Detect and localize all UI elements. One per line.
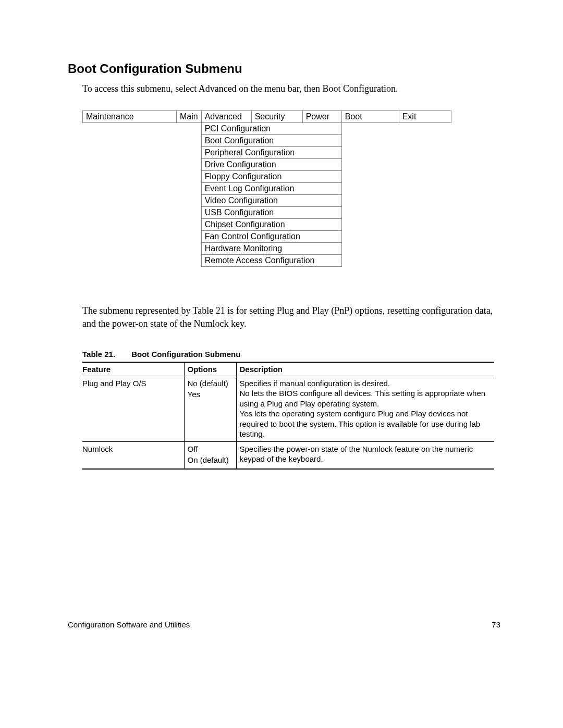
options-cell: OffOn (default) bbox=[184, 441, 236, 469]
submenu-item: Boot Configuration bbox=[201, 135, 341, 147]
menubar-item: Main bbox=[177, 111, 202, 123]
description-cell: Specifies the power-on state of the Numl… bbox=[236, 441, 494, 469]
submenu-item: Peripheral Configuration bbox=[201, 147, 341, 159]
submenu-item: Chipset Configuration bbox=[201, 219, 341, 231]
bios-menu-table: MaintenanceMainAdvancedSecurityPowerBoot… bbox=[82, 110, 451, 267]
table-title: Boot Configuration Submenu bbox=[131, 350, 240, 359]
submenu-item: Fan Control Configuration bbox=[201, 231, 341, 243]
description-cell: Specifies if manual configuration is des… bbox=[236, 376, 494, 441]
menubar-item: Boot bbox=[341, 111, 399, 123]
menubar-item: Security bbox=[251, 111, 302, 123]
submenu-item: Hardware Monitoring bbox=[201, 243, 341, 255]
table-row: Plug and Play O/SNo (default)YesSpecifie… bbox=[82, 376, 494, 441]
footer-left: Configuration Software and Utilities bbox=[68, 620, 190, 629]
menubar-item: Maintenance bbox=[83, 111, 177, 123]
intro-paragraph: To access this submenu, select Advanced … bbox=[82, 82, 500, 95]
menubar-item: Exit bbox=[399, 111, 451, 123]
description-paragraph: The submenu represented by Table 21 is f… bbox=[82, 304, 500, 330]
submenu-item: Video Configuration bbox=[201, 195, 341, 207]
menubar-item: Advanced bbox=[201, 111, 251, 123]
table-caption: Table 21. Boot Configuration Submenu bbox=[82, 350, 500, 359]
table-header-description: Description bbox=[236, 362, 494, 376]
feature-cell: Plug and Play O/S bbox=[82, 376, 184, 441]
submenu-item: Drive Configuration bbox=[201, 159, 341, 171]
options-cell: No (default)Yes bbox=[184, 376, 236, 441]
table-number: Table 21. bbox=[82, 350, 129, 359]
submenu-item: Floppy Configuration bbox=[201, 171, 341, 183]
submenu-item: USB Configuration bbox=[201, 207, 341, 219]
submenu-item: Remote Access Configuration bbox=[201, 255, 341, 267]
submenu-item: PCI Configuration bbox=[201, 123, 341, 135]
table-header-options: Options bbox=[184, 362, 236, 376]
menubar-item: Power bbox=[302, 111, 341, 123]
submenu-item: Event Log Configuration bbox=[201, 183, 341, 195]
page-number: 73 bbox=[492, 620, 500, 629]
section-heading: Boot Configuration Submenu bbox=[68, 61, 500, 76]
feature-table: Feature Options Description Plug and Pla… bbox=[82, 362, 494, 470]
page-footer: Configuration Software and Utilities 73 bbox=[68, 620, 500, 629]
table-header-feature: Feature bbox=[82, 362, 184, 376]
feature-cell: Numlock bbox=[82, 441, 184, 469]
table-row: NumlockOffOn (default)Specifies the powe… bbox=[82, 441, 494, 469]
